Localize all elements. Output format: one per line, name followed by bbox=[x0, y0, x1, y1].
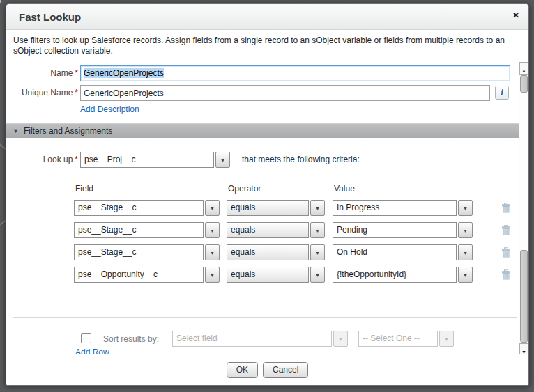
canvas-connector-line bbox=[0, 0, 1, 3]
scrollbar-thumb[interactable] bbox=[520, 75, 528, 93]
chevron-down-icon[interactable]: ▼ bbox=[458, 267, 473, 283]
sort-checkbox[interactable] bbox=[81, 333, 91, 343]
trash-icon[interactable] bbox=[501, 203, 511, 213]
value-combo[interactable]: On Hold ▼ bbox=[333, 244, 473, 260]
dialog-header: Fast Lookup ✕ bbox=[6, 4, 528, 30]
criteria-row: pse__Stage__c ▼ equals ▼ On Hold ▼ bbox=[6, 244, 519, 260]
chevron-down-icon[interactable]: ▼ bbox=[458, 244, 473, 260]
sort-order-combo[interactable]: -- Select One -- ▼ bbox=[358, 331, 454, 347]
cancel-button[interactable]: Cancel bbox=[263, 362, 308, 378]
required-marker: * bbox=[75, 68, 78, 78]
chevron-down-icon[interactable]: ▼ bbox=[333, 331, 348, 347]
criteria-text: that meets the following criteria: bbox=[242, 155, 360, 164]
fast-lookup-dialog: Fast Lookup ✕ Use filters to look up Sal… bbox=[6, 3, 529, 386]
collapse-arrow-icon[interactable]: ▼ bbox=[13, 127, 19, 134]
unique-name-label: Unique Name* bbox=[6, 85, 78, 100]
value-combo[interactable]: Pending ▼ bbox=[333, 222, 473, 238]
chevron-down-icon[interactable]: ▼ bbox=[205, 267, 220, 283]
chevron-down-icon[interactable]: ▼ bbox=[458, 222, 473, 238]
dialog-description: Use filters to look up Salesforce record… bbox=[13, 36, 514, 56]
filters-section-header[interactable]: ▼ Filters and Assignments bbox=[6, 123, 519, 138]
dialog-footer: OK Cancel bbox=[6, 354, 528, 385]
field-combo[interactable]: pse__Stage__c ▼ bbox=[74, 244, 220, 260]
field-combo[interactable]: pse__Stage__c ▼ bbox=[74, 222, 220, 238]
chevron-down-icon[interactable]: ▼ bbox=[310, 267, 325, 283]
add-description-link[interactable]: Add Description bbox=[80, 104, 139, 114]
field-combo[interactable]: pse__Stage__c ▼ bbox=[74, 200, 220, 216]
vertical-scrollbar[interactable]: ▲ ▼ bbox=[519, 62, 528, 356]
sort-label: Sort results by: bbox=[103, 334, 159, 344]
chevron-down-icon[interactable]: ▼ bbox=[205, 200, 220, 216]
lookup-object-combo[interactable]: pse__Proj__c ▼ bbox=[80, 152, 230, 168]
ok-button[interactable]: OK bbox=[227, 362, 258, 378]
criteria-row: pse__Stage__c ▼ equals ▼ Pending ▼ bbox=[6, 222, 519, 238]
chevron-down-icon[interactable]: ▼ bbox=[310, 244, 325, 260]
chevron-down-icon[interactable]: ▼ bbox=[205, 222, 220, 238]
unique-name-input[interactable] bbox=[80, 85, 490, 101]
info-icon[interactable]: i bbox=[495, 86, 509, 100]
name-label: Name* bbox=[6, 65, 78, 81]
criteria-row: pse__Opportunity__c ▼ equals ▼ {!theOppo… bbox=[6, 267, 519, 283]
lookup-object-value[interactable]: pse__Proj__c bbox=[80, 152, 214, 168]
chevron-down-icon[interactable]: ▼ bbox=[310, 222, 325, 238]
chevron-down-icon[interactable]: ▼ bbox=[215, 152, 230, 168]
column-header-operator: Operator bbox=[228, 184, 261, 194]
column-header-value: Value bbox=[334, 184, 355, 194]
scrollbar-thumb[interactable] bbox=[520, 250, 528, 343]
required-marker: * bbox=[75, 155, 78, 164]
operator-combo[interactable]: equals ▼ bbox=[227, 267, 325, 283]
trash-icon[interactable] bbox=[501, 225, 511, 235]
column-header-field: Field bbox=[75, 184, 93, 194]
close-icon[interactable]: ✕ bbox=[510, 10, 521, 21]
chevron-down-icon[interactable]: ▼ bbox=[205, 244, 220, 260]
trash-icon[interactable] bbox=[501, 269, 511, 280]
field-combo[interactable]: pse__Opportunity__c ▼ bbox=[74, 267, 220, 283]
trash-icon[interactable] bbox=[501, 247, 511, 258]
sort-field-placeholder[interactable]: Select field bbox=[172, 331, 332, 347]
criteria-row: pse__Stage__c ▼ equals ▼ In Progress ▼ bbox=[6, 200, 519, 216]
lookup-label: Look up* bbox=[6, 152, 78, 167]
chevron-down-icon[interactable]: ▼ bbox=[458, 200, 473, 216]
operator-combo[interactable]: equals ▼ bbox=[227, 222, 325, 238]
dialog-scroll-region: Name* GenericOpenProjects Unique Name* i… bbox=[6, 62, 528, 356]
value-combo[interactable]: In Progress ▼ bbox=[333, 200, 473, 216]
sort-field-combo[interactable]: Select field ▼ bbox=[172, 331, 348, 347]
operator-combo[interactable]: equals ▼ bbox=[227, 200, 325, 216]
name-input[interactable]: GenericOpenProjects bbox=[80, 65, 510, 81]
flow-canvas-backdrop: Fast Lookup ✕ Use filters to look up Sal… bbox=[0, 0, 534, 392]
chevron-down-icon[interactable]: ▼ bbox=[310, 200, 325, 216]
divider bbox=[13, 317, 517, 318]
section-title: Filters and Assignments bbox=[24, 126, 112, 136]
chevron-down-icon[interactable]: ▼ bbox=[439, 331, 454, 347]
dialog-title: Fast Lookup bbox=[19, 11, 81, 23]
selected-text: GenericOpenProjects bbox=[84, 68, 164, 78]
operator-combo[interactable]: equals ▼ bbox=[227, 244, 325, 260]
required-marker: * bbox=[75, 88, 78, 97]
sort-order-placeholder[interactable]: -- Select One -- bbox=[358, 331, 438, 347]
value-combo[interactable]: {!theOpportunityId} ▼ bbox=[333, 267, 473, 283]
scroll-up-icon[interactable]: ▲ bbox=[519, 62, 528, 75]
